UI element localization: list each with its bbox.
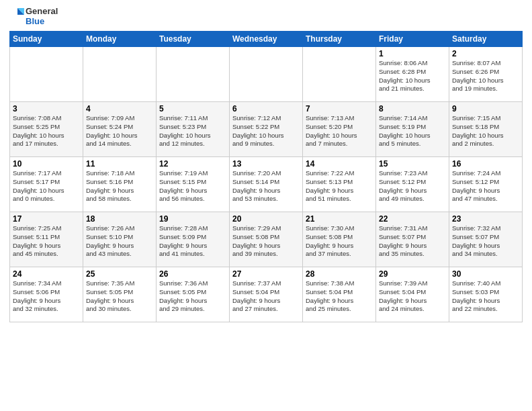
calendar-day-cell: 5Sunrise: 7:11 AMSunset: 5:23 PMDaylight… [157,101,230,156]
day-number: 21 [306,214,373,224]
day-number: 8 [379,104,446,113]
calendar-day-cell: 28Sunrise: 7:38 AMSunset: 5:04 PMDayligh… [303,267,376,322]
calendar-day-cell: 24Sunrise: 7:34 AMSunset: 5:06 PMDayligh… [10,267,83,322]
logo-brand: General Blue [9,7,58,27]
calendar-day-cell: 9Sunrise: 7:15 AMSunset: 5:18 PMDaylight… [449,101,523,156]
calendar-day-cell: 17Sunrise: 7:25 AMSunset: 5:11 PMDayligh… [10,212,83,267]
day-info: Sunrise: 7:20 AMSunset: 5:14 PMDaylight:… [232,169,300,203]
header-tuesday: Tuesday [157,31,230,46]
calendar-day-cell: 6Sunrise: 7:12 AMSunset: 5:22 PMDaylight… [230,101,303,156]
calendar-day-cell [83,46,157,101]
header: General Blue [9,7,523,27]
day-info: Sunrise: 7:37 AMSunset: 5:04 PMDaylight:… [232,279,300,314]
day-info: Sunrise: 7:15 AMSunset: 5:18 PMDaylight:… [452,114,519,148]
calendar-day-cell: 1Sunrise: 8:06 AMSunset: 6:28 PMDaylight… [376,46,449,101]
day-info: Sunrise: 7:31 AMSunset: 5:07 PMDaylight:… [379,224,446,259]
calendar-day-cell: 2Sunrise: 8:07 AMSunset: 6:26 PMDaylight… [449,46,523,101]
day-info: Sunrise: 7:23 AMSunset: 5:12 PMDaylight:… [379,169,446,203]
calendar-day-cell: 3Sunrise: 7:08 AMSunset: 5:25 PMDaylight… [10,101,83,156]
day-number: 6 [232,104,300,113]
calendar-day-cell: 29Sunrise: 7:39 AMSunset: 5:04 PMDayligh… [376,267,449,322]
day-number: 25 [86,269,153,279]
day-info: Sunrise: 7:13 AMSunset: 5:20 PMDaylight:… [306,114,373,148]
calendar-day-cell: 20Sunrise: 7:29 AMSunset: 5:08 PMDayligh… [230,212,303,267]
day-info: Sunrise: 8:07 AMSunset: 6:26 PMDaylight:… [452,59,519,93]
day-info: Sunrise: 7:30 AMSunset: 5:08 PMDaylight:… [306,224,373,259]
header-thursday: Thursday [303,31,376,46]
day-number: 11 [86,159,153,169]
day-number: 29 [379,269,446,279]
day-info: Sunrise: 7:17 AMSunset: 5:17 PMDaylight:… [13,169,80,203]
day-number: 20 [232,214,300,224]
day-number: 30 [452,269,519,279]
day-info: Sunrise: 7:22 AMSunset: 5:13 PMDaylight:… [306,169,373,203]
calendar-day-cell: 12Sunrise: 7:19 AMSunset: 5:15 PMDayligh… [157,156,230,212]
calendar-day-cell: 8Sunrise: 7:14 AMSunset: 5:19 PMDaylight… [376,101,449,156]
logo-text-block: General Blue [26,7,58,27]
day-info: Sunrise: 7:09 AMSunset: 5:24 PMDaylight:… [86,114,153,148]
logo-blue-text: Blue [26,17,58,27]
day-info: Sunrise: 7:12 AMSunset: 5:22 PMDaylight:… [232,114,300,148]
day-info: Sunrise: 7:35 AMSunset: 5:05 PMDaylight:… [86,279,153,314]
calendar-header-row: SundayMondayTuesdayWednesdayThursdayFrid… [10,31,523,46]
page-container: General Blue SundayMondayTuesdayWednesda… [0,0,532,326]
day-info: Sunrise: 7:38 AMSunset: 5:04 PMDaylight:… [306,279,373,314]
calendar: SundayMondayTuesdayWednesdayThursdayFrid… [9,31,523,322]
header-saturday: Saturday [449,31,523,46]
calendar-day-cell: 13Sunrise: 7:20 AMSunset: 5:14 PMDayligh… [230,156,303,212]
day-info: Sunrise: 7:18 AMSunset: 5:16 PMDaylight:… [86,169,153,203]
calendar-day-cell: 7Sunrise: 7:13 AMSunset: 5:20 PMDaylight… [303,101,376,156]
calendar-day-cell: 25Sunrise: 7:35 AMSunset: 5:05 PMDayligh… [83,267,157,322]
calendar-week-row: 17Sunrise: 7:25 AMSunset: 5:11 PMDayligh… [10,212,523,267]
header-wednesday: Wednesday [230,31,303,46]
day-number: 9 [452,104,519,113]
day-info: Sunrise: 7:32 AMSunset: 5:07 PMDaylight:… [452,224,519,259]
calendar-day-cell: 22Sunrise: 7:31 AMSunset: 5:07 PMDayligh… [376,212,449,267]
day-number: 28 [306,269,373,279]
calendar-day-cell: 27Sunrise: 7:37 AMSunset: 5:04 PMDayligh… [230,267,303,322]
day-number: 1 [379,49,446,58]
day-number: 27 [232,269,300,279]
calendar-day-cell: 16Sunrise: 7:24 AMSunset: 5:12 PMDayligh… [449,156,523,212]
calendar-day-cell [157,46,230,101]
day-info: Sunrise: 7:19 AMSunset: 5:15 PMDaylight:… [159,169,226,203]
day-number: 22 [379,214,446,224]
day-info: Sunrise: 7:25 AMSunset: 5:11 PMDaylight:… [13,224,80,259]
day-number: 12 [159,159,226,169]
logo-icon [9,8,24,23]
day-number: 26 [159,269,226,279]
day-info: Sunrise: 7:08 AMSunset: 5:25 PMDaylight:… [13,114,80,148]
day-info: Sunrise: 7:28 AMSunset: 5:09 PMDaylight:… [159,224,226,259]
day-info: Sunrise: 7:40 AMSunset: 5:03 PMDaylight:… [452,279,519,314]
calendar-week-row: 10Sunrise: 7:17 AMSunset: 5:17 PMDayligh… [10,156,523,212]
day-number: 16 [452,159,519,169]
calendar-day-cell [10,46,83,101]
day-number: 4 [86,104,153,113]
day-number: 17 [13,214,80,224]
calendar-week-row: 1Sunrise: 8:06 AMSunset: 6:28 PMDaylight… [10,46,523,101]
day-info: Sunrise: 7:29 AMSunset: 5:08 PMDaylight:… [232,224,300,259]
day-number: 5 [159,104,226,113]
calendar-day-cell: 30Sunrise: 7:40 AMSunset: 5:03 PMDayligh… [449,267,523,322]
calendar-day-cell: 26Sunrise: 7:36 AMSunset: 5:05 PMDayligh… [157,267,230,322]
logo-icon-wrapper [9,8,24,26]
day-number: 23 [452,214,519,224]
day-info: Sunrise: 7:26 AMSunset: 5:10 PMDaylight:… [86,224,153,259]
calendar-day-cell: 21Sunrise: 7:30 AMSunset: 5:08 PMDayligh… [303,212,376,267]
day-info: Sunrise: 7:36 AMSunset: 5:05 PMDaylight:… [159,279,226,314]
calendar-day-cell: 19Sunrise: 7:28 AMSunset: 5:09 PMDayligh… [157,212,230,267]
calendar-day-cell: 11Sunrise: 7:18 AMSunset: 5:16 PMDayligh… [83,156,157,212]
calendar-day-cell [230,46,303,101]
day-number: 18 [86,214,153,224]
calendar-day-cell: 23Sunrise: 7:32 AMSunset: 5:07 PMDayligh… [449,212,523,267]
logo-general-text: General [26,7,58,17]
day-number: 15 [379,159,446,169]
day-number: 3 [13,104,80,113]
calendar-day-cell: 10Sunrise: 7:17 AMSunset: 5:17 PMDayligh… [10,156,83,212]
day-number: 19 [159,214,226,224]
day-info: Sunrise: 7:24 AMSunset: 5:12 PMDaylight:… [452,169,519,203]
day-number: 10 [13,159,80,169]
day-number: 7 [306,104,373,113]
day-info: Sunrise: 7:11 AMSunset: 5:23 PMDaylight:… [159,114,226,148]
calendar-day-cell: 15Sunrise: 7:23 AMSunset: 5:12 PMDayligh… [376,156,449,212]
